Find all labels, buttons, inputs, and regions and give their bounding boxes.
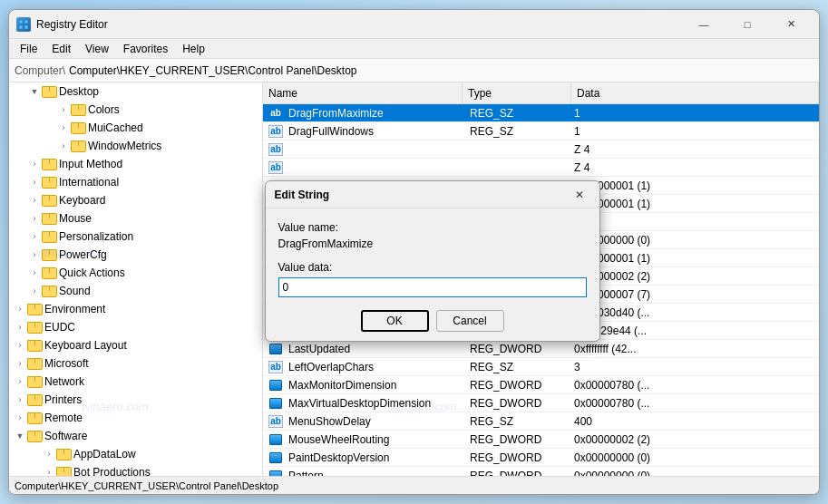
tree-item-muicached[interactable]: › MuiCached [9, 119, 262, 137]
reg-icon-dword-maxmonitor [267, 378, 285, 393]
reg-icon-sz-leftoverlap: ab [267, 360, 285, 374]
reg-row-3[interactable]: ab Z 4 [263, 141, 819, 159]
tree-label-personalization: Personalization [59, 230, 133, 243]
reg-data-3: Z 4 [570, 143, 819, 156]
tree-item-software[interactable]: ▼ Software [9, 427, 262, 445]
tree-item-colors[interactable]: › Colors [9, 101, 262, 119]
tree-toggle-personalization: › [27, 229, 42, 244]
tree-label-muicached: MuiCached [88, 121, 143, 134]
col-header-type[interactable]: Type [463, 82, 571, 103]
tree-toggle-quick-actions: › [27, 266, 42, 280]
address-path: Computer\HKEY_CURRENT_USER\Control Panel… [69, 64, 356, 77]
folder-icon-personalization [42, 231, 56, 243]
reg-type-maxvirtualdesktop: REG_DWORD [466, 397, 570, 410]
tree-toggle-muicached: › [56, 121, 71, 135]
reg-type-paintdesktopversion: REG_DWORD [466, 451, 570, 464]
menu-help[interactable]: Help [175, 41, 212, 57]
dialog-cancel-button[interactable]: Cancel [436, 310, 504, 332]
reg-type-leftoverlapchars: REG_SZ [466, 361, 570, 373]
reg-data-fgflushcount: 0x00000007 (7) [570, 288, 819, 301]
tree-item-personalization[interactable]: › Personalization [9, 228, 262, 246]
tree-item-keyboard-layout[interactable]: › Keyboard Layout [9, 336, 262, 354]
tree-item-powercfg[interactable]: › PowerCfg [9, 246, 262, 264]
folder-icon-bot-productions [56, 467, 71, 477]
tree-item-printers[interactable]: › Printers [9, 391, 262, 409]
reg-type-menushowdelay: REG_SZ [466, 415, 570, 428]
reg-row-4[interactable]: ab Z 4 [263, 159, 819, 177]
reg-type-lastupdated: REG_DWORD [466, 343, 570, 355]
window-title: Registry Editor [36, 18, 683, 31]
menu-favorites[interactable]: Favorites [116, 41, 175, 57]
tree-label-windowmetrics: WindowMetrics [88, 140, 161, 152]
tree-item-network[interactable]: › Network [9, 373, 262, 391]
folder-icon-printers [27, 394, 42, 406]
reg-type-dragfullwindows: REG_SZ [466, 125, 570, 138]
reg-name-paintdesktopversion: PaintDesktopVersion [285, 451, 466, 464]
reg-name-pattern: Pattern [285, 470, 466, 477]
reg-row-dragfrommaximize[interactable]: ab DragFromMaximize REG_SZ 1 [263, 104, 819, 122]
tree-item-environment[interactable]: › Environment [9, 300, 262, 318]
reg-data-5: 0x00000001 (1) [570, 179, 819, 192]
dialog-close-button[interactable]: ✕ [569, 184, 590, 206]
window-controls: — □ ✕ [683, 10, 812, 39]
reg-name-maxmonitordimension: MaxMonitorDimension [285, 379, 466, 392]
dialog-title-bar: Edit String ✕ [266, 181, 599, 208]
close-button[interactable]: ✕ [770, 10, 812, 39]
reg-data-dragfullwindows: 1 [570, 125, 819, 138]
dialog-value-data-label: Value data: [278, 261, 587, 274]
tree-item-desktop[interactable]: ▼ Desktop [9, 82, 262, 101]
reg-data-maxvirtualdesktop: 0x00000780 (... [570, 397, 819, 410]
maximize-button[interactable]: □ [726, 10, 768, 39]
folder-icon-microsoft [27, 358, 42, 370]
svg-rect-1 [24, 20, 28, 24]
reg-name-leftoverlapchars: LeftOverlapChars [285, 361, 466, 373]
reg-type-dragfrommaximize: REG_SZ [466, 107, 570, 120]
menu-edit[interactable]: Edit [44, 41, 78, 57]
tree-item-sound[interactable]: › Sound [9, 282, 262, 300]
tree-item-windowmetrics[interactable]: › WindowMetrics [9, 137, 262, 155]
tree-item-microsoft[interactable]: › Microsoft [9, 354, 262, 373]
reg-row-paintdesktopversion[interactable]: PaintDesktopVersion REG_DWORD 0x00000000… [263, 449, 819, 467]
reg-row-dragfullwindows[interactable]: ab DragFullWindows REG_SZ 1 [263, 122, 819, 141]
tree-label-printers: Printers [44, 393, 82, 406]
reg-data-mousewheelrouting: 0x00000002 (2) [570, 433, 819, 446]
reg-icon-4: ab [267, 160, 285, 175]
reg-row-mousewheelrouting[interactable]: MouseWheelRouting REG_DWORD 0x00000002 (… [263, 431, 819, 449]
tree-item-keyboard[interactable]: › Keyboard [9, 191, 262, 209]
menu-view[interactable]: View [78, 41, 116, 57]
registry-editor-window: Registry Editor — □ ✕ File Edit View Fav… [8, 9, 820, 495]
tree-item-appdatalow[interactable]: › AppDataLow [9, 445, 262, 463]
col-header-data[interactable]: Data [571, 82, 819, 103]
col-header-name[interactable]: Name [263, 82, 463, 103]
tree-item-mouse[interactable]: › Mouse [9, 209, 262, 228]
main-content: ▼ Desktop › Colors › MuiCached › WindowM… [9, 82, 819, 476]
tree-item-international[interactable]: › International [9, 173, 262, 191]
reg-data-maxmonitordimension: 0x00000780 (... [570, 379, 819, 392]
app-icon [16, 17, 31, 32]
dialog-buttons: OK Cancel [278, 310, 587, 332]
dialog-ok-button[interactable]: OK [361, 310, 429, 332]
tree-label-software: Software [44, 430, 87, 442]
tree-toggle-keyboard: › [27, 193, 42, 208]
reg-row-lastupdated[interactable]: LastUpdated REG_DWORD 0xffffffff (42... [263, 340, 819, 358]
tree-item-quick-actions[interactable]: › Quick Actions [9, 264, 262, 282]
reg-icon-dword-maxvirtual [267, 396, 285, 411]
tree-label-sound: Sound [59, 285, 91, 297]
reg-row-menushowdelay[interactable]: ab MenuShowDelay REG_SZ 400 [263, 412, 819, 431]
tree-item-bot-productions[interactable]: › Bot Productions [9, 463, 262, 476]
folder-icon-powercfg [42, 249, 56, 261]
tree-item-input-method[interactable]: › Input Method [9, 155, 262, 173]
reg-row-pattern[interactable]: Pattern REG_DWORD 0x00000000 (0) [263, 467, 819, 476]
reg-row-leftoverlapchars[interactable]: ab LeftOverlapChars REG_SZ 3 [263, 358, 819, 376]
reg-row-maxvirtualdesktop[interactable]: MaxVirtualDesktopDimension REG_DWORD 0x0… [263, 394, 819, 412]
reg-data-6: 0x00000001 (1) [570, 198, 819, 210]
minimize-button[interactable]: — [683, 10, 725, 39]
tree-label-appdatalow: AppDataLow [73, 448, 136, 460]
tree-item-eudc[interactable]: › EUDC [9, 318, 262, 336]
reg-data-7: Z 2 [570, 216, 819, 228]
tree-label-keyboard-layout: Keyboard Layout [44, 339, 127, 352]
menu-file[interactable]: File [13, 41, 44, 57]
tree-item-remote[interactable]: › Remote [9, 409, 262, 427]
reg-row-maxmonitordimension[interactable]: MaxMonitorDimension REG_DWORD 0x00000780… [263, 376, 819, 394]
dialog-value-data-input[interactable] [278, 277, 587, 297]
